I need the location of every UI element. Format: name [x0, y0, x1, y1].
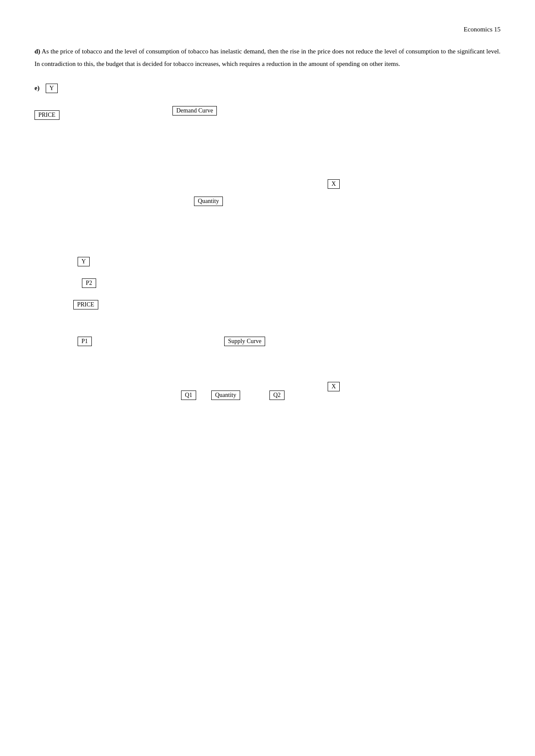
diagram1-quantity-box: Quantity	[194, 197, 223, 206]
paragraph-d-text: As the price of tobacco and the level of…	[34, 48, 501, 67]
page-header: Economics 15	[34, 26, 501, 33]
page: Economics 15 d) As the price of tobacco …	[0, 0, 535, 756]
diagram1-y-box: Y	[46, 84, 58, 93]
diagram2-p2-box: P2	[82, 278, 96, 288]
header-text: Economics 15	[464, 26, 501, 33]
paragraph-d: d) As the price of tobacco and the level…	[34, 45, 501, 70]
diagram1: PRICE Demand Curve Quantity X	[34, 102, 501, 240]
section-e-header: e) Y	[34, 84, 501, 93]
diagram2: Y P2 PRICE P1 Supply Curve Q1 Quantity Q…	[34, 257, 501, 421]
label-e: e)	[34, 84, 40, 92]
diagram2-x-box: X	[328, 382, 340, 391]
diagram2-price-box: PRICE	[73, 300, 98, 309]
diagram2-p1-box: P1	[78, 337, 92, 346]
diagram2-q1-box: Q1	[181, 390, 196, 400]
label-d: d)	[34, 48, 40, 55]
diagram2-y-box: Y	[78, 257, 90, 266]
diagram2-q2-box: Q2	[269, 390, 285, 400]
diagram2-quantity-box: Quantity	[211, 390, 240, 400]
diagram1-x-box: X	[328, 179, 340, 189]
diagram1-price-box: PRICE	[34, 110, 59, 120]
diagram1-demand-curve-box: Demand Curve	[172, 106, 217, 116]
diagram2-supply-curve-box: Supply Curve	[224, 337, 265, 346]
